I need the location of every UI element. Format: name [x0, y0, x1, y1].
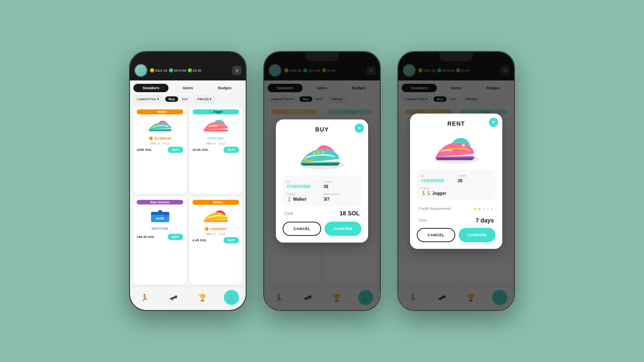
buy-modal-buttons: CANCEL CONFIRM: [283, 222, 361, 236]
tab-sneakers-1[interactable]: Sneakers: [133, 84, 169, 92]
item-card-shoebox: Rare shoebox RARE 563727282: [133, 197, 187, 284]
svg-rect-19: [302, 163, 338, 165]
buy-info-grid: ID #749204956 Level 26 Class 🚶 Walker: [287, 180, 357, 202]
currency-gold-1: 5321.34: [150, 68, 167, 72]
rent-info-class: Class 🏃🏃 Jogger: [421, 186, 454, 196]
avatar-1: [134, 64, 148, 77]
shoe-img-4: [201, 207, 231, 225]
buy-mint-value: 3/7: [324, 197, 357, 202]
rent-id-value: #346204956: [421, 178, 454, 183]
svg-point-16: [313, 152, 315, 155]
info-id: ID #749204956: [287, 180, 320, 189]
info-class: Class 🚶 Walker: [287, 192, 320, 202]
svg-text:RARE: RARE: [156, 217, 164, 220]
tab-badges-1[interactable]: Badges: [207, 84, 242, 92]
rent-info-level: Level 26: [458, 174, 491, 183]
badge-jogger-1: 🏃 Jogger: [192, 109, 239, 114]
rent-cancel-button[interactable]: CANCEL: [417, 228, 455, 242]
buy-button-2[interactable]: BUY: [223, 147, 239, 153]
phone-screen-2: 5321.34 6374.56 23.45 ⚙ Sneakers Gems Ba: [264, 52, 380, 310]
credit-req-label: Credit Requirement: [418, 207, 451, 211]
rent-info-grid: ID #346204956 Level 26 Class 🏃🏃 Jogger: [421, 174, 491, 196]
nav-leaderboard-1[interactable]: 🏆: [195, 290, 210, 305]
lowest-price-filter-1[interactable]: Lowest Price ▾: [133, 96, 163, 103]
price-1: 2306 SOL: [137, 148, 152, 152]
item-card-walker-2: 🚶 Walker 🟠 738593023 Mint :: [189, 197, 242, 284]
buy-cancel-button[interactable]: CANCEL: [283, 222, 321, 236]
settings-button-1[interactable]: ⚙: [232, 66, 242, 75]
phone-notch-3: [439, 52, 473, 61]
item-id-1: 🟠 327890546: [149, 137, 171, 140]
gold-icon-1: [150, 68, 154, 72]
star-2: ★: [478, 207, 481, 211]
price-2: 20.56 SOL: [192, 148, 209, 152]
info-mint: Mint count 3/7: [324, 192, 357, 202]
item-card-walker-1: 🚶 Walker 🟠 327890546: [133, 106, 187, 194]
shoe-img-2: [201, 116, 231, 135]
svg-point-10: [164, 214, 167, 217]
price-4: 4.45 SOL: [192, 238, 207, 242]
rent-modal-buttons: CANCEL CONFIRM: [417, 228, 496, 242]
buy-button-1[interactable]: BUY: [168, 147, 183, 153]
time-label: Time: [418, 218, 427, 222]
cost-value: 18 SOL: [340, 210, 360, 217]
tab-gems-1[interactable]: Gems: [170, 84, 205, 92]
phone-notch-2: [305, 52, 339, 61]
nav-run-1[interactable]: 🏃: [137, 290, 152, 305]
buy-cost-row: Cost 18 SOL: [283, 210, 361, 217]
rent-time-row: Time 7 days: [417, 215, 496, 228]
rent-modal: × RENT: [410, 114, 502, 249]
rent-credit-row: Credit Requirement ★ ★ ★ ★ ★: [417, 204, 496, 214]
item-price-row-1: 2306 SOL BUY: [137, 147, 183, 153]
rent-modal-title: RENT: [417, 120, 496, 127]
toggle-sell-1[interactable]: Sell: [178, 96, 191, 102]
buy-modal-overlay: × BUY: [264, 52, 380, 310]
cost-label: Cost: [284, 211, 293, 216]
buy-button-4[interactable]: BUY: [223, 237, 239, 243]
rent-modal-close[interactable]: ×: [489, 118, 498, 127]
svg-point-1: [154, 126, 156, 127]
teal-icon-1: [169, 68, 173, 72]
buy-class-value: 🚶 Walker: [287, 197, 320, 202]
shoe-img-3: RARE: [145, 206, 175, 225]
rent-level-value: 26: [458, 178, 491, 183]
buy-modal-title: BUY: [283, 126, 361, 133]
rent-confirm-button[interactable]: CONFIRM: [459, 228, 496, 242]
buy-modal-shoe: [297, 137, 347, 171]
buy-button-3[interactable]: BUY: [168, 234, 183, 240]
green-icon-1: [188, 68, 192, 72]
currency-row-1: 5321.34 6374.56 23.45: [150, 68, 230, 72]
item-price-row-4: 4.45 SOL BUY: [192, 237, 239, 243]
rent-modal-info: ID #346204956 Level 26 Class 🏃🏃 Jogger: [417, 170, 496, 200]
phone-notch-1: [171, 52, 205, 61]
svg-rect-23: [437, 158, 473, 160]
toggle-buy-1[interactable]: Buy: [165, 96, 178, 102]
phone-screen-1: 5321.34 6374.56 23.45 ⚙ Sneakers Gems: [130, 52, 246, 310]
svg-point-17: [317, 151, 319, 154]
svg-point-18: [322, 151, 324, 153]
filter-row-1: Lowest Price ▾ Buy Sell Filter(0) ▾: [130, 94, 246, 104]
buy-sell-toggle-1: Buy Sell: [164, 96, 192, 103]
rent-modal-shoe: [431, 131, 481, 165]
phone-2: 5321.34 6374.56 23.45 ⚙ Sneakers Gems Ba: [263, 51, 381, 311]
rent-modal-overlay: × RENT: [398, 52, 514, 310]
item-id-4: 🟠 738593023: [205, 227, 226, 231]
nav-cart-1[interactable]: 🛒: [224, 290, 239, 305]
item-meta-1: Mint :4lv 12: [151, 142, 169, 145]
star-5: ★: [490, 207, 494, 211]
buy-modal-close[interactable]: ×: [355, 124, 364, 133]
svg-point-3: [159, 125, 161, 127]
filter-count-1[interactable]: Filter(0) ▾: [193, 96, 215, 103]
credit-stars: ★ ★ ★ ★ ★: [473, 207, 494, 211]
nav-skate-1[interactable]: 🛹: [166, 290, 181, 305]
buy-confirm-button[interactable]: CONFIRM: [325, 222, 361, 236]
item-meta-4: Mint :4lv 12: [207, 233, 225, 235]
star-3: ★: [482, 207, 486, 211]
star-4: ★: [486, 207, 490, 211]
buy-modal: × BUY: [276, 119, 368, 243]
price-3: 196.45 SOL: [137, 235, 155, 239]
item-price-row-2: 20.56 SOL BUY: [192, 147, 239, 153]
info-level: Level 26: [324, 180, 357, 189]
svg-rect-25: [442, 150, 453, 151]
tabs-1: Sneakers Gems Badges: [130, 80, 246, 94]
